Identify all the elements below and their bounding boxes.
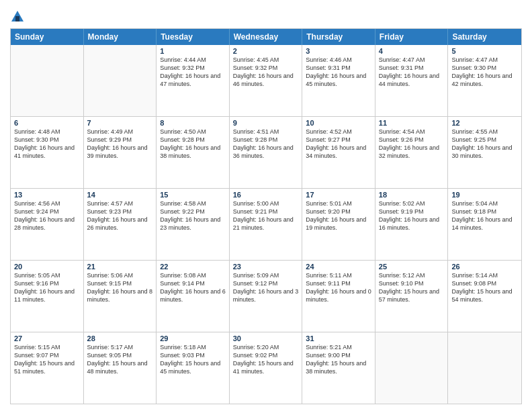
calendar-header-cell: Sunday xyxy=(11,29,84,45)
calendar-cell: 15Sunrise: 4:58 AM Sunset: 9:22 PM Dayli… xyxy=(157,189,230,260)
cell-content: Sunrise: 4:49 AM Sunset: 9:29 PM Dayligh… xyxy=(87,128,153,161)
cell-content: Sunrise: 4:45 AM Sunset: 9:32 PM Dayligh… xyxy=(233,56,299,89)
cell-content: Sunrise: 4:52 AM Sunset: 9:27 PM Dayligh… xyxy=(306,128,371,161)
calendar-cell: 29Sunrise: 5:18 AM Sunset: 9:03 PM Dayli… xyxy=(157,332,230,404)
calendar-cell: 14Sunrise: 4:57 AM Sunset: 9:23 PM Dayli… xyxy=(84,189,157,260)
cell-content: Sunrise: 5:15 AM Sunset: 9:07 PM Dayligh… xyxy=(14,343,80,376)
cell-content: Sunrise: 4:51 AM Sunset: 9:28 PM Dayligh… xyxy=(233,128,299,161)
cell-content: Sunrise: 5:14 AM Sunset: 9:08 PM Dayligh… xyxy=(451,271,518,304)
calendar-week: 20Sunrise: 5:05 AM Sunset: 9:16 PM Dayli… xyxy=(11,261,521,332)
calendar-header-cell: Thursday xyxy=(302,29,375,45)
calendar-cell: 17Sunrise: 5:01 AM Sunset: 9:20 PM Dayli… xyxy=(302,189,375,260)
calendar-header-cell: Wednesday xyxy=(230,29,303,45)
day-number: 1 xyxy=(160,47,226,55)
day-number: 4 xyxy=(379,47,445,55)
cell-content: Sunrise: 5:17 AM Sunset: 9:05 PM Dayligh… xyxy=(87,343,153,376)
cell-content: Sunrise: 4:55 AM Sunset: 9:25 PM Dayligh… xyxy=(451,128,518,161)
day-number: 11 xyxy=(379,119,445,127)
calendar-cell: 11Sunrise: 4:54 AM Sunset: 9:26 PM Dayli… xyxy=(375,117,449,188)
day-number: 6 xyxy=(14,119,80,127)
calendar-cell: 27Sunrise: 5:15 AM Sunset: 9:07 PM Dayli… xyxy=(11,332,84,404)
cell-content: Sunrise: 4:47 AM Sunset: 9:31 PM Dayligh… xyxy=(379,56,445,89)
calendar-week: 13Sunrise: 4:56 AM Sunset: 9:24 PM Dayli… xyxy=(11,189,521,261)
day-number: 23 xyxy=(233,263,299,271)
cell-content: Sunrise: 5:09 AM Sunset: 9:12 PM Dayligh… xyxy=(233,271,299,304)
day-number: 18 xyxy=(379,191,445,199)
day-number: 27 xyxy=(14,334,80,342)
calendar-week: 27Sunrise: 5:15 AM Sunset: 9:07 PM Dayli… xyxy=(11,332,521,404)
svg-rect-1 xyxy=(15,16,19,21)
day-number: 2 xyxy=(233,47,299,55)
calendar-cell: 7Sunrise: 4:49 AM Sunset: 9:29 PM Daylig… xyxy=(84,117,157,188)
cell-content: Sunrise: 5:20 AM Sunset: 9:02 PM Dayligh… xyxy=(233,343,299,376)
cell-content: Sunrise: 4:44 AM Sunset: 9:32 PM Dayligh… xyxy=(160,56,226,89)
cell-content: Sunrise: 5:21 AM Sunset: 9:00 PM Dayligh… xyxy=(306,343,371,376)
calendar-header-cell: Tuesday xyxy=(157,29,230,45)
calendar-cell: 22Sunrise: 5:08 AM Sunset: 9:14 PM Dayli… xyxy=(157,261,230,332)
cell-content: Sunrise: 5:00 AM Sunset: 9:21 PM Dayligh… xyxy=(233,199,299,232)
day-number: 5 xyxy=(451,47,518,55)
calendar-cell xyxy=(84,45,157,116)
cell-content: Sunrise: 4:57 AM Sunset: 9:23 PM Dayligh… xyxy=(87,199,153,232)
calendar-cell: 2Sunrise: 4:45 AM Sunset: 9:32 PM Daylig… xyxy=(230,45,303,116)
calendar-cell: 6Sunrise: 4:48 AM Sunset: 9:30 PM Daylig… xyxy=(11,117,84,188)
day-number: 16 xyxy=(233,191,299,199)
day-number: 3 xyxy=(306,47,371,55)
calendar-cell: 21Sunrise: 5:06 AM Sunset: 9:15 PM Dayli… xyxy=(84,261,157,332)
day-number: 24 xyxy=(306,263,371,271)
cell-content: Sunrise: 5:08 AM Sunset: 9:14 PM Dayligh… xyxy=(160,271,226,304)
calendar-cell: 25Sunrise: 5:12 AM Sunset: 9:10 PM Dayli… xyxy=(375,261,449,332)
page: SundayMondayTuesdayWednesdayThursdayFrid… xyxy=(0,0,532,411)
cell-content: Sunrise: 5:05 AM Sunset: 9:16 PM Dayligh… xyxy=(14,271,80,304)
day-number: 26 xyxy=(451,263,518,271)
day-number: 19 xyxy=(451,191,518,199)
day-number: 10 xyxy=(306,119,371,127)
day-number: 21 xyxy=(87,263,153,271)
calendar-cell: 9Sunrise: 4:51 AM Sunset: 9:28 PM Daylig… xyxy=(230,117,303,188)
calendar-week: 1Sunrise: 4:44 AM Sunset: 9:32 PM Daylig… xyxy=(11,45,521,117)
calendar-cell: 26Sunrise: 5:14 AM Sunset: 9:08 PM Dayli… xyxy=(448,261,521,332)
cell-content: Sunrise: 5:12 AM Sunset: 9:10 PM Dayligh… xyxy=(379,271,445,304)
cell-content: Sunrise: 4:56 AM Sunset: 9:24 PM Dayligh… xyxy=(14,199,80,232)
day-number: 17 xyxy=(306,191,371,199)
cell-content: Sunrise: 5:04 AM Sunset: 9:18 PM Dayligh… xyxy=(451,199,518,232)
calendar-cell: 28Sunrise: 5:17 AM Sunset: 9:05 PM Dayli… xyxy=(84,332,157,404)
day-number: 14 xyxy=(87,191,153,199)
cell-content: Sunrise: 5:01 AM Sunset: 9:20 PM Dayligh… xyxy=(306,199,371,232)
calendar-cell: 13Sunrise: 4:56 AM Sunset: 9:24 PM Dayli… xyxy=(11,189,84,260)
day-number: 15 xyxy=(160,191,226,199)
cell-content: Sunrise: 4:48 AM Sunset: 9:30 PM Dayligh… xyxy=(14,128,80,161)
calendar-cell: 8Sunrise: 4:50 AM Sunset: 9:28 PM Daylig… xyxy=(157,117,230,188)
day-number: 9 xyxy=(233,119,299,127)
day-number: 30 xyxy=(233,334,299,342)
calendar-cell: 5Sunrise: 4:47 AM Sunset: 9:30 PM Daylig… xyxy=(448,45,521,116)
day-number: 28 xyxy=(87,334,153,342)
calendar-cell: 12Sunrise: 4:55 AM Sunset: 9:25 PM Dayli… xyxy=(448,117,521,188)
day-number: 7 xyxy=(87,119,153,127)
calendar-cell: 3Sunrise: 4:46 AM Sunset: 9:31 PM Daylig… xyxy=(302,45,375,116)
calendar-cell: 19Sunrise: 5:04 AM Sunset: 9:18 PM Dayli… xyxy=(448,189,521,260)
logo-icon xyxy=(10,9,25,24)
header xyxy=(10,7,522,24)
calendar-cell: 4Sunrise: 4:47 AM Sunset: 9:31 PM Daylig… xyxy=(375,45,449,116)
calendar-cell: 16Sunrise: 5:00 AM Sunset: 9:21 PM Dayli… xyxy=(230,189,303,260)
day-number: 31 xyxy=(306,334,371,342)
cell-content: Sunrise: 4:47 AM Sunset: 9:30 PM Dayligh… xyxy=(451,56,518,89)
cell-content: Sunrise: 5:18 AM Sunset: 9:03 PM Dayligh… xyxy=(160,343,226,376)
day-number: 20 xyxy=(14,263,80,271)
calendar-cell: 23Sunrise: 5:09 AM Sunset: 9:12 PM Dayli… xyxy=(230,261,303,332)
calendar-header-row: SundayMondayTuesdayWednesdayThursdayFrid… xyxy=(11,29,521,45)
cell-content: Sunrise: 4:54 AM Sunset: 9:26 PM Dayligh… xyxy=(379,128,445,161)
calendar-week: 6Sunrise: 4:48 AM Sunset: 9:30 PM Daylig… xyxy=(11,117,521,189)
calendar-cell: 1Sunrise: 4:44 AM Sunset: 9:32 PM Daylig… xyxy=(157,45,230,116)
cell-content: Sunrise: 4:58 AM Sunset: 9:22 PM Dayligh… xyxy=(160,199,226,232)
cell-content: Sunrise: 4:50 AM Sunset: 9:28 PM Dayligh… xyxy=(160,128,226,161)
calendar-header-cell: Saturday xyxy=(448,29,521,45)
day-number: 13 xyxy=(14,191,80,199)
calendar-cell: 18Sunrise: 5:02 AM Sunset: 9:19 PM Dayli… xyxy=(375,189,449,260)
calendar-cell: 24Sunrise: 5:11 AM Sunset: 9:11 PM Dayli… xyxy=(302,261,375,332)
calendar-cell: 10Sunrise: 4:52 AM Sunset: 9:27 PM Dayli… xyxy=(302,117,375,188)
day-number: 22 xyxy=(160,263,226,271)
day-number: 12 xyxy=(451,119,518,127)
calendar-header-cell: Monday xyxy=(84,29,157,45)
